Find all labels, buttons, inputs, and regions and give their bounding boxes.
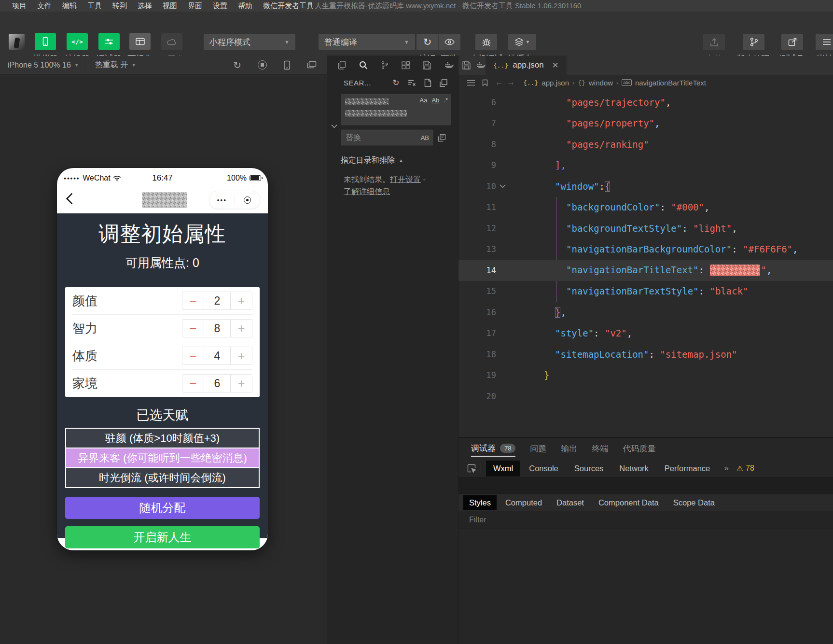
replace-all-icon[interactable] — [438, 134, 446, 142]
devtools-tab-performance[interactable]: Performance — [657, 461, 717, 476]
random-assign-button[interactable]: 随机分配 — [65, 497, 260, 519]
code-line[interactable]: 8"pages/ranking" — [458, 134, 833, 155]
debug-tab-调试器[interactable]: 调试器78 — [471, 441, 515, 457]
device-select[interactable]: iPhone 5 100% 16▼ — [0, 56, 87, 74]
styles-filter-input[interactable]: Filter — [458, 511, 833, 529]
close-tab-icon[interactable]: ✕ — [552, 60, 559, 70]
open-editor-icon[interactable] — [424, 79, 431, 87]
plus-button[interactable]: + — [230, 347, 252, 365]
files-icon[interactable] — [338, 61, 346, 70]
styles-tab-component-data[interactable]: Component Data — [593, 495, 665, 510]
exit-button[interactable] — [235, 196, 260, 204]
test-account-button[interactable] — [781, 34, 803, 50]
start-life-button[interactable]: 开启新人生 — [65, 526, 260, 548]
docker-whale-icon[interactable] — [476, 56, 486, 75]
save-icon[interactable] — [423, 61, 431, 70]
extensions-icon[interactable] — [402, 61, 410, 70]
code-line[interactable]: 10"window":{ — [458, 176, 833, 197]
plus-button[interactable]: + — [230, 319, 252, 337]
breadcrumb-prop[interactable]: navigationBarTitleText — [635, 79, 706, 87]
code-line[interactable]: 17"style": "v2", — [458, 323, 833, 344]
editor-panel[interactable]: {..} app.json ✕ ← → {..} app.json › {} w… — [458, 56, 833, 437]
talent-item[interactable]: 驻颜 (体质>10时颜值+3) — [66, 429, 259, 448]
menu-item-4[interactable]: 转到 — [107, 1, 132, 11]
debug-tab-终端[interactable]: 终端 — [592, 441, 608, 456]
minus-button[interactable]: − — [182, 374, 204, 392]
version-control-button[interactable] — [743, 34, 764, 50]
talent-item[interactable]: 异界来客 (你可能听到一些绝密消息) — [66, 448, 259, 468]
stop-button[interactable] — [258, 60, 267, 70]
fold-chevron-icon[interactable] — [496, 184, 509, 188]
code-line[interactable]: 6"pages/trajectory", — [458, 92, 833, 113]
menu-item-7[interactable]: 界面 — [182, 1, 208, 11]
source-control-icon[interactable] — [381, 61, 389, 70]
inspect-element-icon[interactable] — [464, 464, 479, 473]
replace-input[interactable]: 替换 AB — [341, 129, 433, 146]
details-button[interactable] — [816, 34, 833, 50]
minus-button[interactable]: − — [182, 319, 204, 337]
user-avatar[interactable] — [9, 34, 25, 50]
whole-word-toggle[interactable]: Ab — [431, 97, 439, 104]
debug-tab-输出[interactable]: 输出 — [561, 441, 577, 456]
device-debug-button[interactable] — [475, 34, 497, 50]
multi-window-button[interactable] — [307, 61, 317, 69]
collapse-all-icon[interactable] — [440, 79, 447, 87]
search-details-toggle[interactable]: 指定目录和排除▲ — [341, 155, 458, 166]
styles-tab-scope-data[interactable]: Scope Data — [667, 495, 721, 510]
code-line[interactable]: 11"backgroundColor": "#000", — [458, 197, 833, 218]
regex-toggle[interactable]: .* — [444, 97, 448, 104]
warning-badge[interactable]: ⚠ 78 — [736, 464, 754, 473]
hot-reload-toggle[interactable]: 热重载 开▼ — [87, 56, 144, 74]
menu-item-5[interactable]: 选择 — [132, 1, 157, 11]
outline-icon[interactable] — [467, 80, 475, 86]
breadcrumb-file[interactable]: app.json — [541, 79, 569, 87]
styles-tab-styles[interactable]: Styles — [463, 495, 497, 510]
plus-button[interactable]: + — [230, 292, 252, 310]
devtools-tab-console[interactable]: Console — [522, 461, 566, 476]
minus-button[interactable]: − — [182, 347, 204, 365]
refresh-search-icon[interactable]: ↻ — [392, 78, 400, 88]
menu-item-3[interactable]: 工具 — [82, 1, 107, 11]
restart-button[interactable]: ↻ — [233, 59, 241, 71]
minus-button[interactable]: − — [182, 292, 204, 310]
code-line[interactable]: 12"backgroundTextStyle": "light", — [458, 218, 833, 239]
styles-tab-dataset[interactable]: Dataset — [551, 495, 590, 510]
device-frame-button[interactable] — [283, 60, 291, 70]
menu-item-2[interactable]: 编辑 — [57, 1, 82, 11]
code-line[interactable]: 7"pages/property", — [458, 113, 833, 134]
code-line[interactable]: 16}, — [458, 302, 833, 323]
devtools-tab-network[interactable]: Network — [612, 461, 656, 476]
devtools-tab-wxml[interactable]: Wxml — [486, 461, 520, 476]
menu-item-10[interactable]: 微信开发者工具 — [258, 1, 319, 11]
code-line[interactable]: 18"sitemapLocation": "sitemap.json" — [458, 344, 833, 365]
styles-tab-computed[interactable]: Computed — [500, 495, 548, 510]
menu-item-9[interactable]: 帮助 — [233, 1, 258, 11]
preview-button[interactable] — [439, 34, 460, 50]
code-line[interactable]: 19} — [458, 365, 833, 386]
code-area[interactable]: 6"pages/trajectory",7"pages/property",8"… — [458, 90, 833, 407]
tab-app-json[interactable]: {..} app.json ✕ — [486, 56, 567, 75]
debug-tab-问题[interactable]: 问题 — [530, 441, 546, 456]
docker-icon[interactable] — [444, 61, 454, 69]
save-all-icon[interactable] — [462, 56, 471, 75]
plus-button[interactable]: + — [230, 374, 252, 392]
upload-button[interactable] — [703, 34, 725, 50]
nav-back-icon[interactable]: ← — [495, 78, 503, 87]
clear-results-icon[interactable] — [408, 79, 416, 86]
devtools-tab-sources[interactable]: Sources — [567, 461, 611, 476]
open-settings-link[interactable]: 打开设置 — [390, 175, 421, 183]
talent-item[interactable]: 时光倒流 (或许时间会倒流) — [66, 468, 259, 487]
debug-tab-代码质量[interactable]: 代码质量 — [623, 441, 655, 456]
more-button[interactable]: ●●● — [209, 198, 235, 202]
back-icon[interactable] — [66, 193, 77, 204]
menu-item-1[interactable]: 文件 — [32, 1, 57, 11]
menu-item-6[interactable]: 视图 — [157, 1, 182, 11]
code-line[interactable]: 20 — [458, 386, 833, 407]
match-case-toggle[interactable]: Aa — [420, 97, 428, 104]
compile-button[interactable]: ↻ — [416, 34, 438, 50]
breadcrumb-window[interactable]: window — [589, 79, 613, 87]
search-input[interactable]: Aa Ab .* — [341, 94, 451, 126]
code-line[interactable]: 13"navigationBarBackgroundColor": "#F6F6… — [458, 239, 833, 260]
learn-more-link[interactable]: 了解详细信息 — [344, 187, 390, 196]
wxml-tree-area[interactable] — [458, 477, 833, 494]
